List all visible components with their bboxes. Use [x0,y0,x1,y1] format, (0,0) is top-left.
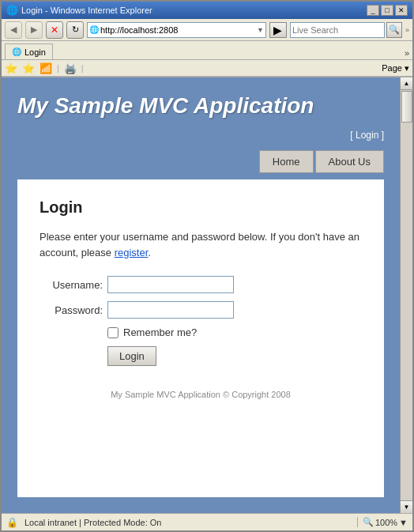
secondary-toolbar: ⭐ ⭐ 📶 | 🖨️ | Page ▾ [2,60,412,77]
username-label: Username: [40,279,103,291]
scroll-up-button[interactable]: ▲ [401,77,412,90]
address-input[interactable] [100,25,255,35]
login-button[interactable]: Login [107,346,156,366]
address-dropdown[interactable]: ▼ [257,26,264,34]
password-row: Password: [40,301,362,319]
site-header: My Sample MVC Application [2,77,400,126]
page-menu[interactable]: Page ▾ [382,63,409,74]
content-area: My Sample MVC Application [ Login ] Home… [2,77,412,513]
login-heading: Login [40,198,362,217]
address-bar-wrapper: 🌐 ▼ [87,22,266,38]
window-controls: _ □ ✕ [367,5,408,16]
login-link[interactable]: [ Login ] [350,130,384,141]
zoom-icon: 🔍 [363,517,374,527]
tab-favicon: 🌐 [12,47,21,56]
print-icon[interactable]: 🖨️ [64,62,77,74]
site-title: My Sample MVC Application [17,93,384,119]
remember-row: Remember me? [107,326,362,338]
browser-favicon: 🌐 [6,5,18,16]
nav-bar: Home About Us [2,144,400,179]
status-text: Local intranet | Protected Mode: On [24,518,351,527]
login-btn-row: Login [107,346,362,366]
rss-icon[interactable]: 📶 [40,62,52,74]
search-input[interactable] [290,22,385,38]
search-go-button[interactable]: 🔍 [386,22,402,38]
username-row: Username: [40,276,362,293]
close-button[interactable]: ✕ [395,5,408,16]
remember-label: Remember me? [123,326,197,338]
back-button[interactable]: ◀ [5,21,22,39]
stop-button[interactable]: ✕ [46,21,63,39]
nav-home[interactable]: Home [259,150,314,173]
refresh-button[interactable]: ↻ [66,21,84,39]
zoom-level: 100% [375,518,397,527]
favorites-star-icon[interactable]: ⭐ [5,62,17,74]
window-title: Login - Windows Internet Explorer [21,6,363,15]
toolbar-icons: ⭐ ⭐ 📶 | 🖨️ | [5,62,84,74]
status-bar: 🔒 Local intranet | Protected Mode: On 🔍 … [2,513,412,530]
password-label: Password: [40,304,103,316]
separator2: | [81,63,84,73]
scroll-thumb[interactable] [401,91,412,123]
new-tab-button[interactable]: » [405,48,409,59]
maximize-button[interactable]: □ [381,5,393,16]
footer-text: My Sample MVC Application © Copyright 20… [111,390,291,399]
page-content: My Sample MVC Application [ Login ] Home… [2,77,400,513]
separator: | [57,63,59,73]
page-menu-label: Page ▾ [382,63,409,74]
nav-about-us[interactable]: About Us [315,150,384,173]
footer: My Sample MVC Application © Copyright 20… [40,382,362,399]
minimize-button[interactable]: _ [367,5,379,16]
extras-button[interactable]: » [405,26,409,34]
remember-checkbox[interactable] [107,327,119,338]
scroll-down-button[interactable]: ▼ [401,500,412,513]
login-description: Please enter your username and password … [40,229,362,260]
search-bar: 🔍 [290,22,402,38]
tab-label: Login [24,47,46,57]
login-desc-text2: . [148,247,151,258]
address-favicon: 🌐 [89,25,99,34]
title-bar: 🌐 Login - Windows Internet Explorer _ □ … [2,2,412,19]
register-link[interactable]: register [115,247,149,258]
username-input[interactable] [107,276,234,293]
login-link-area: [ Login ] [2,126,400,144]
security-icon: 🔒 [6,517,18,528]
zoom-section: 🔍 100% ▼ [357,517,408,527]
go-button[interactable]: ▶ [269,22,287,38]
vertical-scrollbar[interactable]: ▲ ▼ [400,77,412,513]
main-content: Login Please enter your username and pas… [17,179,384,497]
tabs-bar: 🌐 Login » [2,41,412,60]
password-input[interactable] [107,301,234,319]
zoom-dropdown[interactable]: ▼ [399,518,408,527]
browser-window: 🌐 Login - Windows Internet Explorer _ □ … [0,0,414,532]
login-desc-text1: Please enter your username and password … [40,231,359,258]
navigation-toolbar: ◀ ▶ ✕ ↻ 🌐 ▼ ▶ 🔍 » [2,19,412,41]
forward-button[interactable]: ▶ [25,21,43,39]
add-favorites-icon[interactable]: ⭐ [22,62,35,74]
tab-login[interactable]: 🌐 Login [5,43,53,59]
